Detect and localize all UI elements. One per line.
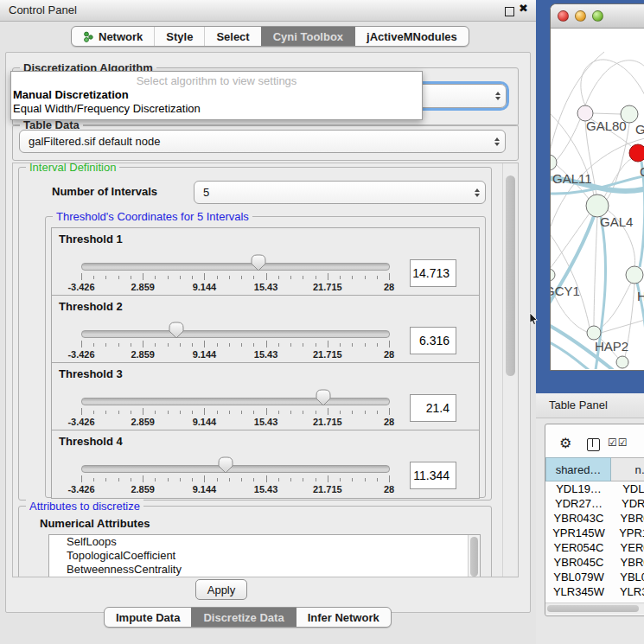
tab-infer-network[interactable]: Infer Network (296, 608, 391, 627)
table-cell[interactable]: YDL19… (612, 481, 644, 496)
table-cell[interactable]: YPR145W (612, 526, 644, 540)
minimize-traffic-light-icon[interactable] (575, 10, 586, 22)
scrollbar-thumb[interactable] (506, 175, 515, 376)
numerical-attributes-list[interactable]: SelfLoopsTopologicalCoefficientBetweenne… (48, 534, 481, 577)
gear-icon[interactable]: ⚙ (559, 435, 571, 451)
attribute-item[interactable]: SelfLoops (49, 535, 480, 549)
tick-mark (316, 411, 316, 414)
scale-label: 15.43 (254, 282, 278, 292)
apply-button[interactable]: Apply (195, 579, 247, 600)
float-window-icon[interactable] (505, 7, 514, 16)
slider-track[interactable] (81, 465, 390, 473)
table-row[interactable]: YPR145WYPR145W (545, 526, 644, 540)
network-canvas[interactable]: GAL80 G. C. GAL11 GAL4 GCY1 H. HAP2 (551, 28, 644, 369)
tick-mark (328, 408, 328, 415)
column-header-shared-name[interactable]: shared… (545, 457, 611, 481)
table-cell[interactable]: YBL079W (545, 570, 612, 584)
checkboxes-icon[interactable]: ☑☑ (608, 437, 628, 449)
slider-thumb[interactable] (251, 254, 266, 271)
table-cell[interactable]: YBR045C (545, 555, 612, 570)
table-row[interactable]: YDL19…YDL19… (545, 481, 644, 496)
table-row[interactable]: YBR043CYBR043C (545, 511, 644, 526)
table-cell[interactable]: YER054C (612, 540, 644, 555)
table-row[interactable]: YLR345WYLR345W (545, 584, 644, 599)
node-gcy1[interactable] (551, 269, 555, 281)
column-header-name[interactable]: n… (611, 457, 644, 481)
node-bottom[interactable] (616, 356, 628, 368)
attribute-item[interactable]: TopologicalCoefficient (49, 549, 480, 563)
close-traffic-light-icon[interactable] (558, 10, 569, 22)
node-gal11[interactable] (551, 155, 557, 170)
number-of-intervals-label: Number of Intervals (52, 185, 157, 198)
threshold-value-field[interactable]: 21.4 (410, 394, 456, 422)
tick-mark (229, 343, 230, 347)
network-view-window: GAL80 G. C. GAL11 GAL4 GCY1 H. HAP2 (550, 3, 644, 371)
dropdown-option[interactable]: Manual Discretization (11, 88, 422, 102)
tick-mark (241, 343, 242, 347)
slider-track[interactable] (81, 263, 390, 271)
tab-style[interactable]: Style (154, 27, 204, 46)
table-cell[interactable]: YDR27… (545, 496, 612, 511)
table-row[interactable]: YDR27…YDR27… (545, 496, 644, 511)
tick-mark (303, 343, 303, 347)
table-cell[interactable]: YER054C (545, 540, 612, 555)
tick-mark (253, 276, 254, 279)
slider-track[interactable] (81, 330, 390, 338)
horizontal-scrollbar[interactable] (545, 603, 644, 615)
node-selected-red[interactable] (629, 144, 644, 162)
tick-mark (131, 276, 131, 279)
table-cell[interactable]: YBR043C (545, 511, 612, 526)
node-clipped-right[interactable] (626, 266, 643, 284)
tab-impute-data[interactable]: Impute Data (105, 608, 191, 627)
node-hap2[interactable] (587, 326, 601, 340)
table-cell[interactable]: YDR27… (612, 496, 644, 511)
list-scrollbar[interactable] (470, 537, 478, 577)
tick-mark (118, 343, 119, 347)
dropdown-placeholder-item[interactable]: Select algorithm to view settings (11, 74, 422, 88)
table-cell[interactable]: YDL19… (545, 481, 612, 496)
tick-mark (204, 341, 205, 348)
threshold-value-field[interactable]: 11.344 (410, 462, 456, 489)
slider-track[interactable] (81, 398, 390, 405)
attribute-item[interactable]: BetweennessCentrality (49, 563, 480, 577)
tab-network[interactable]: Network (72, 27, 154, 46)
table-cell[interactable]: YBR045C (612, 555, 644, 570)
horizontal-scrollbar-thumb[interactable] (547, 605, 639, 612)
table-cell[interactable]: YBR043C (612, 511, 644, 526)
threshold-value-field[interactable]: 6.316 (410, 327, 456, 354)
table-cell[interactable]: YLR345W (545, 584, 612, 599)
table-row[interactable]: YBL079WYBL079W (545, 570, 644, 584)
tick-mark (192, 411, 193, 414)
network-window-titlebar[interactable] (551, 4, 644, 29)
tab-cyni-toolbox[interactable]: Cyni Toolbox (261, 27, 354, 46)
tick-mark (352, 478, 353, 481)
tick-mark (143, 341, 143, 348)
table-cell[interactable]: YPR145W (545, 526, 612, 540)
table-row[interactable]: YBR045CYBR045C (545, 555, 644, 570)
tick-mark (105, 276, 106, 279)
table-data-combobox[interactable]: galFiltered.sif default node (19, 130, 506, 153)
slider-thumb[interactable] (169, 322, 184, 339)
tab-select[interactable]: Select (204, 27, 260, 46)
slider-thumb[interactable] (218, 456, 233, 474)
node-label: G. (635, 122, 644, 137)
tab-discretize-data[interactable]: Discretize Data (191, 608, 295, 627)
tick-mark (81, 273, 82, 280)
dropdown-option[interactable]: Equal Width/Frequency Discretization (11, 102, 422, 116)
columns-icon[interactable] (587, 438, 600, 451)
zoom-traffic-light-icon[interactable] (592, 10, 603, 22)
close-icon[interactable]: ✖ (519, 2, 528, 15)
table-row[interactable]: YER054CYER054C (545, 540, 644, 555)
tick-mark (241, 276, 242, 279)
mouse-cursor (529, 313, 539, 329)
table-cell[interactable]: YLR345W (612, 584, 644, 599)
scrollbar-track[interactable] (502, 163, 518, 577)
tick-mark (365, 343, 366, 347)
tab-jactivemnodules[interactable]: jActiveMNodules (354, 27, 469, 46)
tick-mark (204, 475, 205, 482)
number-of-intervals-combobox[interactable]: 5 (194, 181, 486, 204)
table-cell[interactable]: YBL079W (612, 570, 644, 584)
threshold-value-field[interactable]: 14.713 (410, 259, 456, 287)
tick-mark (143, 273, 143, 280)
slider-thumb[interactable] (316, 389, 331, 406)
